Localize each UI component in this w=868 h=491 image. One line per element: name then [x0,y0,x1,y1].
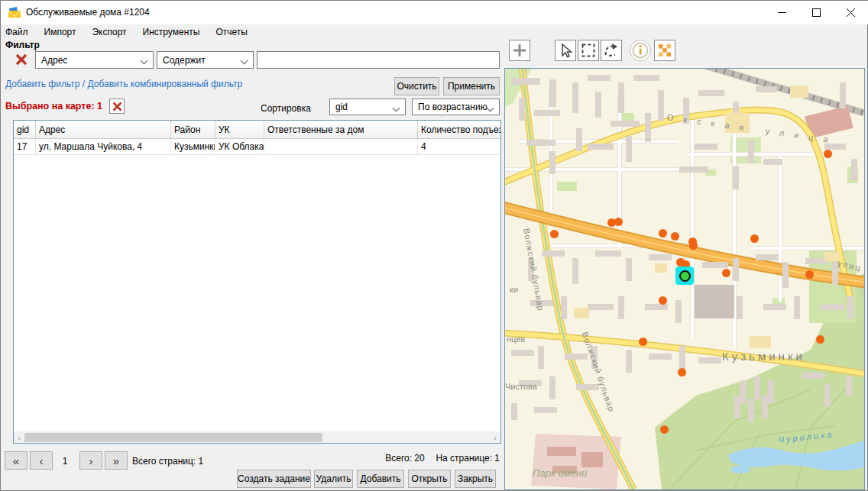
pointer-tool-button[interactable] [555,40,576,61]
sort-direction-select[interactable]: По возрастанию [412,99,500,115]
red-x-icon [112,102,122,111]
menu-import[interactable]: Импорт [44,25,76,39]
cluster-tool-button[interactable] [654,40,675,61]
menu-tools[interactable]: Инструменты [143,25,200,39]
orange-squares-icon [656,42,673,59]
column-header-uk[interactable]: УК [215,121,264,138]
scrollbar-thumb[interactable] [24,433,322,442]
on-page-count-label: На странице: 1 [436,453,500,464]
menu-reports[interactable]: Отчеты [215,25,247,39]
column-header-district[interactable]: Район [171,121,215,138]
clear-button[interactable]: Очистить [394,77,439,95]
column-header-gid[interactable]: gid [14,121,36,138]
house-marker[interactable] [659,296,667,305]
lasso-select-icon [603,42,620,59]
next-page-button[interactable]: › [79,451,102,470]
minimize-icon [778,8,786,17]
chevron-down-icon [141,57,148,65]
map-panel: Окская улицаулицВолжский бульварВолжский… [504,68,865,490]
app-window: Обслуживаемые дома #1204 Файл Импорт Экс… [0,0,868,491]
house-marker[interactable] [816,335,824,344]
column-header-address[interactable]: Адрес [36,121,171,138]
house-marker[interactable] [659,229,667,237]
map-label: Чистова [505,382,537,391]
house-marker[interactable] [689,241,698,250]
filter-section-label: Фильтр [5,40,40,50]
map-label: нцев [507,334,525,344]
open-button[interactable]: Открыть [408,470,451,488]
plus-icon [511,42,528,59]
rect-select-tool-button[interactable] [578,40,599,61]
info-icon [631,41,649,60]
minimize-button[interactable] [765,1,799,24]
map-canvas[interactable]: Окская улицаулицВолжский бульварВолжский… [505,69,864,489]
cell-entrances: 4 [418,139,500,154]
menu-file[interactable]: Файл [5,25,28,39]
cell-responsible [264,139,418,154]
add-on-map-button[interactable] [509,40,530,61]
title-bar: Обслуживаемые дома #1204 [1,1,867,24]
selected-house-marker[interactable] [675,266,694,285]
house-marker[interactable] [550,230,559,238]
delete-button[interactable]: Удалить [314,470,353,488]
close-button[interactable] [833,1,868,24]
column-header-responsible[interactable]: Ответственные за дом [264,121,418,138]
cell-gid: 17 [14,139,36,154]
maximize-icon [812,8,821,17]
filter-value-input[interactable] [257,51,500,69]
window-title: Обслуживаемые дома #1204 [26,7,150,18]
prev-page-button[interactable]: ‹ [30,451,53,470]
total-count-label: Всего: 20 [385,453,424,464]
red-x-icon [15,53,28,66]
filter-link-separator: / [83,79,85,89]
selected-house-marker-dot [679,270,691,282]
filter-field-value: Адрес [41,55,67,66]
chevron-down-icon [487,105,494,112]
scroll-right-icon[interactable]: › [490,431,500,443]
clear-map-selection-button[interactable] [109,99,125,114]
cell-uk: УК Облака [215,139,264,154]
house-marker[interactable] [678,368,686,376]
maximize-button[interactable] [799,1,834,24]
column-header-entrances[interactable]: Количество подъез [418,121,500,138]
last-page-button[interactable]: » [105,451,128,470]
table-header: gid Адрес Район УК Ответственные за дом … [14,121,500,139]
house-marker[interactable] [614,218,623,226]
close-window-button[interactable]: Закрыть [455,470,496,488]
house-marker[interactable] [824,150,832,158]
house-marker[interactable] [660,425,669,434]
add-filter-link[interactable]: Добавить фильтр [5,79,79,89]
sorting-label: Сортировка [261,103,311,114]
house-marker[interactable] [722,269,730,277]
menu-export[interactable]: Экспорт [92,25,126,39]
map-label: Кузьминки [722,350,805,363]
houses-table: gid Адрес Район УК Ответственные за дом … [13,120,501,444]
map-label: Парк имени [533,467,587,479]
map-label: ки [510,285,518,294]
add-combined-filter-link[interactable]: Добавить комбинированный фильтр [87,79,242,89]
apply-button[interactable]: Применить [443,77,500,95]
total-pages-label: Всего страниц: 1 [132,456,203,467]
horizontal-scrollbar[interactable]: ‹ › [14,431,500,443]
cell-address: ул. Маршала Чуйкова, 4 [36,139,171,154]
app-icon [8,6,21,19]
lasso-select-tool-button[interactable] [601,40,622,61]
filter-field-select[interactable]: Адрес [35,51,154,69]
house-marker[interactable] [639,338,647,346]
filter-operator-select[interactable]: Содержит [157,51,254,69]
chevron-down-icon [241,57,248,65]
scroll-left-icon[interactable]: ‹ [14,431,24,443]
house-marker[interactable] [750,234,759,243]
info-tool-button[interactable] [630,40,651,61]
add-button[interactable]: Добавить [357,470,404,488]
house-marker[interactable] [805,270,814,279]
first-page-button[interactable]: « [5,451,28,470]
create-task-button[interactable]: Создать задание [237,470,311,488]
rect-select-icon [580,42,597,59]
sort-field-select[interactable]: gid [329,99,406,115]
house-marker[interactable] [671,232,679,241]
cursor-icon [557,42,574,59]
status-bar: Всего: 20 На странице: 1 [268,453,500,464]
table-row[interactable]: 17 ул. Маршала Чуйкова, 4 Кузьминки УК О… [14,139,500,155]
remove-filter-button[interactable] [14,52,29,67]
